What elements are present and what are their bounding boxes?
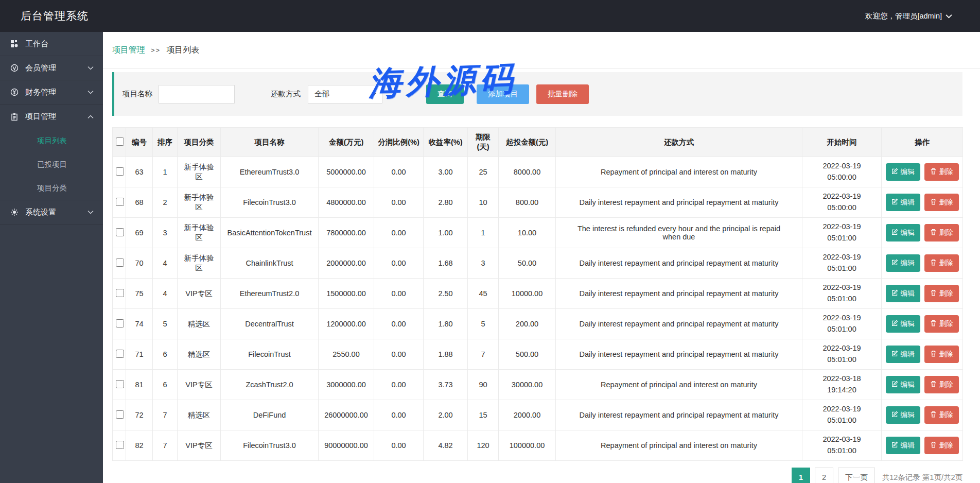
cell-sort: 6 xyxy=(153,370,178,400)
table-body: 631新手体验区EthereumTrust3.05000000.000.003.… xyxy=(113,157,963,461)
row-checkbox[interactable] xyxy=(116,228,124,236)
sidebar-item-workbench[interactable]: 工作台 xyxy=(0,32,103,56)
table-row: 727精选区DeFiFund26000000.000.002.00152000.… xyxy=(113,400,963,430)
cell-sort: 4 xyxy=(153,248,178,279)
delete-button[interactable]: 删除 xyxy=(924,315,959,333)
edit-button[interactable]: 编辑 xyxy=(886,315,920,333)
cell-actions: 编辑删除 xyxy=(882,279,963,309)
edit-button[interactable]: 编辑 xyxy=(886,194,920,211)
column-header: 还款方式 xyxy=(556,128,802,157)
page-button-1[interactable]: 1 xyxy=(792,468,810,483)
cell-actions: 编辑删除 xyxy=(882,430,963,461)
edit-button[interactable]: 编辑 xyxy=(886,224,920,242)
delete-button[interactable]: 删除 xyxy=(924,224,959,242)
members-icon xyxy=(10,64,19,73)
cell-project-name: ZcashTrust2.0 xyxy=(221,370,319,400)
row-checkbox[interactable] xyxy=(116,380,124,388)
delete-button[interactable]: 删除 xyxy=(924,376,959,393)
edit-button[interactable]: 编辑 xyxy=(886,346,920,363)
row-checkbox[interactable] xyxy=(116,350,124,358)
breadcrumb-separator: >> xyxy=(151,46,161,54)
table-row: 693新手体验区BasicAttentionTokenTrust7800000.… xyxy=(113,218,963,248)
cell-repay-method: Repayment of principal and interest on m… xyxy=(556,430,802,461)
edit-button[interactable]: 编辑 xyxy=(886,437,920,454)
delete-button[interactable]: 删除 xyxy=(924,254,959,272)
batch-delete-button[interactable]: 批量删除 xyxy=(536,84,589,104)
table-row: 745精选区DecentralTrust1200000.000.001.8052… xyxy=(113,309,963,339)
row-checkbox[interactable] xyxy=(116,167,124,176)
row-checkbox[interactable] xyxy=(116,410,124,419)
cell-share-ratio: 0.00 xyxy=(374,279,424,309)
cell-yield-rate: 2.80 xyxy=(424,187,468,218)
trash-icon xyxy=(930,168,937,176)
edit-button[interactable]: 编辑 xyxy=(886,406,920,424)
sidebar-item-project-list[interactable]: 项目列表 xyxy=(0,129,103,152)
row-checkbox[interactable] xyxy=(116,198,124,206)
breadcrumb-parent[interactable]: 项目管理 xyxy=(112,45,145,56)
edit-button[interactable]: 编辑 xyxy=(886,376,920,393)
cell-repay-method: Daily interest repayment and principal r… xyxy=(556,279,802,309)
sidebar-item-projects[interactable]: 项目管理 xyxy=(0,105,103,129)
cell-sort: 4 xyxy=(153,279,178,309)
repay-method-select[interactable]: 全部 xyxy=(308,85,382,104)
row-checkbox[interactable] xyxy=(116,319,124,327)
chevron-up-icon xyxy=(87,115,94,119)
sidebar-item-label: 项目管理 xyxy=(25,112,56,122)
cell-term: 3 xyxy=(468,248,499,279)
welcome-text: 欢迎您，管理员[admin] xyxy=(865,11,942,21)
cell-project-name: ChainlinkTrust xyxy=(221,248,319,279)
delete-button[interactable]: 删除 xyxy=(924,346,959,363)
row-checkbox[interactable] xyxy=(116,441,124,449)
edit-button[interactable]: 编辑 xyxy=(886,285,920,302)
cell-id: 69 xyxy=(126,218,153,248)
sidebar-item-settings[interactable]: 系统设置 xyxy=(0,200,103,225)
select-all-checkbox[interactable] xyxy=(116,137,124,146)
add-project-button[interactable]: 添加项目 xyxy=(477,84,529,104)
cell-repay-method: Daily interest repayment and principal r… xyxy=(556,187,802,218)
cell-yield-rate: 2.00 xyxy=(424,400,468,430)
sub-item-label: 已投项目 xyxy=(37,160,67,169)
sidebar-item-finance[interactable]: 财务管理 xyxy=(0,80,103,105)
cell-project-name: FilecoinTrust3.0 xyxy=(221,430,319,461)
cell-project-name: EthereumTrust3.0 xyxy=(221,157,319,187)
cell-category: 新手体验区 xyxy=(178,218,221,248)
topbar: 后台管理系统 欢迎您，管理员[admin] xyxy=(0,0,980,32)
edit-button[interactable]: 编辑 xyxy=(886,254,920,272)
search-button[interactable]: 查询 xyxy=(426,84,464,104)
finance-icon xyxy=(10,88,19,97)
user-menu[interactable]: 欢迎您，管理员[admin] xyxy=(865,11,952,21)
cell-yield-rate: 3.73 xyxy=(424,370,468,400)
cell-yield-rate: 1.68 xyxy=(424,248,468,279)
edit-icon xyxy=(891,350,898,358)
trash-icon xyxy=(930,320,937,328)
cell-id: 75 xyxy=(126,279,153,309)
next-page-button[interactable]: 下一页 xyxy=(838,468,875,483)
cell-term: 45 xyxy=(468,279,499,309)
cell-min-investment: 10000.00 xyxy=(499,279,556,309)
cell-min-investment: 500.00 xyxy=(499,339,556,370)
sub-item-label: 项目分类 xyxy=(37,183,67,193)
edit-icon xyxy=(891,320,898,328)
cell-amount: 2550.00 xyxy=(319,339,374,370)
edit-button[interactable]: 编辑 xyxy=(886,163,920,181)
page-button-2[interactable]: 2 xyxy=(815,468,833,483)
delete-button[interactable]: 删除 xyxy=(924,163,959,181)
delete-button[interactable]: 删除 xyxy=(924,437,959,454)
project-name-input[interactable] xyxy=(159,85,235,104)
sidebar-item-members[interactable]: 会员管理 xyxy=(0,56,103,80)
column-header: 编号 xyxy=(126,128,153,157)
row-checkbox[interactable] xyxy=(116,289,124,297)
sidebar-item-invested-projects[interactable]: 已投项目 xyxy=(0,152,103,176)
delete-button[interactable]: 删除 xyxy=(924,285,959,302)
sidebar-item-project-categories[interactable]: 项目分类 xyxy=(0,176,103,200)
delete-button[interactable]: 删除 xyxy=(924,194,959,211)
cell-sort: 7 xyxy=(153,400,178,430)
cell-amount: 90000000.00 xyxy=(319,430,374,461)
delete-button[interactable]: 删除 xyxy=(924,406,959,424)
cell-category: 新手体验区 xyxy=(178,187,221,218)
cell-id: 70 xyxy=(126,248,153,279)
row-checkbox[interactable] xyxy=(116,258,124,267)
cell-start-time: 2022-03-1905:01:00 xyxy=(802,400,882,430)
cell-min-investment: 10.00 xyxy=(499,218,556,248)
cell-sort: 6 xyxy=(153,339,178,370)
